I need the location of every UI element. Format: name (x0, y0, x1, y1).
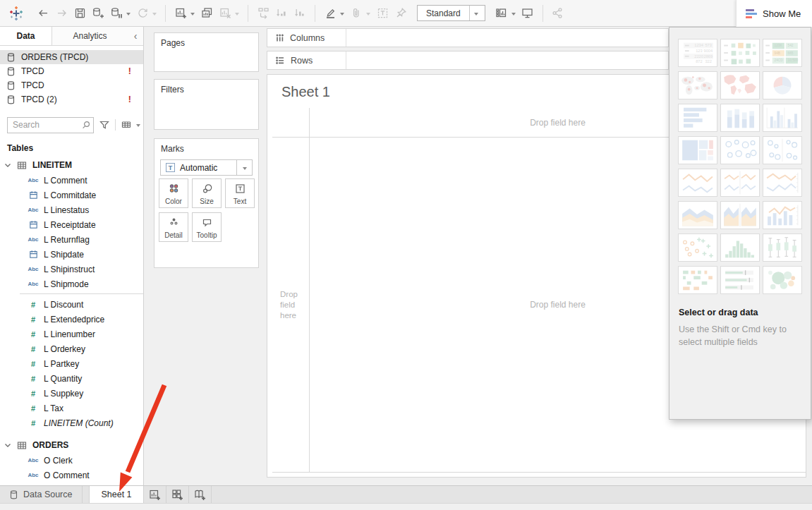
field-l-receiptdate[interactable]: L Receiptdate (0, 217, 143, 232)
field-l-linestatus[interactable]: AbcL Linestatus (0, 202, 143, 217)
pause-auto-updates-button[interactable] (107, 4, 126, 23)
datasource-item[interactable]: TPCD (0, 78, 143, 92)
duplicate-sheet-button[interactable] (198, 4, 216, 23)
showme-histogram-thumbnail[interactable] (720, 233, 760, 262)
field-o-comment[interactable]: AbcO Comment (0, 468, 143, 482)
new-worksheet-caret[interactable] (190, 13, 195, 18)
showme-lines-discrete-thumbnail[interactable] (720, 169, 760, 197)
run-auto-updates-button[interactable] (133, 4, 152, 23)
marks-color-button[interactable]: Color (159, 178, 188, 208)
tab-analytics[interactable]: Analytics (52, 27, 128, 45)
showme-filled-map-thumbnail[interactable] (720, 71, 760, 99)
chevron-down-icon[interactable] (4, 443, 14, 448)
tab-data[interactable]: Data (0, 27, 52, 45)
showme-treemap-thumbnail[interactable] (678, 136, 717, 164)
field-l-discount[interactable]: #L Discount (0, 297, 143, 312)
text-label-button[interactable] (373, 4, 392, 23)
fit-dropdown-caret[interactable] (469, 6, 485, 20)
new-worksheet-button[interactable] (171, 4, 190, 23)
showme-area-discrete-thumbnail[interactable] (720, 201, 760, 229)
redo-button[interactable] (52, 4, 71, 23)
showme-lines-continuous-thumbnail[interactable] (678, 169, 717, 197)
highlight-caret[interactable] (340, 13, 344, 18)
sort-descending-button[interactable] (291, 4, 309, 23)
field-lineitem-count[interactable]: #LINEITEM (Count) (0, 415, 143, 430)
field-l-comment[interactable]: AbcL Comment (0, 173, 143, 188)
show-me-button[interactable]: Show Me (736, 0, 812, 27)
showme-dual-lines-thumbnail[interactable] (763, 169, 802, 197)
field-l-partkey[interactable]: #L Partkey (0, 356, 143, 371)
showme-horizontal-bars-thumbnail[interactable] (678, 104, 717, 132)
field-l-quantity[interactable]: #L Quantity (0, 371, 143, 386)
showme-packed-bubbles-thumbnail[interactable] (763, 266, 802, 294)
show-hide-cards-caret[interactable] (511, 13, 516, 18)
save-button[interactable] (71, 4, 89, 23)
table-header-lineitem[interactable]: LINEITEM (0, 157, 143, 173)
showme-heat-map-thumbnail[interactable] (720, 39, 760, 67)
presentation-mode-button[interactable] (519, 4, 537, 23)
showme-pie-chart-thumbnail[interactable] (763, 71, 802, 99)
swap-rows-columns-button[interactable] (254, 4, 272, 23)
field-l-commitdate[interactable]: L Commitdate (0, 188, 143, 202)
field-l-orderkey[interactable]: #L Orderkey (0, 341, 143, 356)
highlight-button[interactable] (321, 4, 339, 23)
marks-detail-button[interactable]: Detail (159, 212, 188, 242)
showme-side-by-side-bars-thumbnail[interactable] (763, 104, 802, 132)
share-button[interactable] (549, 4, 567, 23)
marks-size-button[interactable]: Size (192, 178, 222, 208)
table-header-orders[interactable]: ORDERS (0, 437, 143, 453)
field-l-shipmode[interactable]: AbcL Shipmode (0, 277, 143, 291)
datasource-item[interactable]: ORDERS (TPCD) (0, 50, 143, 64)
fit-dropdown[interactable]: Standard (417, 5, 485, 21)
field-o-clerk[interactable]: AbcO Clerk (0, 453, 143, 468)
showme-stacked-bars-thumbnail[interactable] (720, 104, 760, 132)
showme-scatter-plot-thumbnail[interactable] (678, 233, 717, 262)
datasource-item[interactable]: TPCD (2)! (0, 92, 143, 107)
rows-shelf[interactable]: Rows (267, 51, 669, 70)
view-options-caret[interactable] (136, 124, 140, 129)
collapse-pane-icon[interactable]: ‹ (128, 27, 143, 45)
new-dashboard-tab-button[interactable] (166, 486, 189, 503)
field-l-shipinstruct[interactable]: AbcL Shipinstruct (0, 262, 143, 277)
show-hide-cards-button[interactable] (492, 4, 511, 23)
undo-button[interactable] (34, 4, 52, 23)
new-story-tab-button[interactable] (189, 486, 212, 503)
field-l-returnflag[interactable]: AbcL Returnflag (0, 232, 143, 247)
showme-box-and-whisker-thumbnail[interactable] (763, 233, 802, 262)
chevron-down-icon[interactable] (4, 163, 14, 168)
clear-sheet-caret[interactable] (235, 13, 239, 18)
mark-type-caret[interactable] (236, 160, 252, 175)
showme-gantt-thumbnail[interactable] (678, 266, 717, 294)
field-l-extendedprice[interactable]: #L Extendedprice (0, 312, 143, 327)
clear-sheet-button[interactable] (216, 4, 234, 23)
showme-side-by-side-circles-thumbnail[interactable] (763, 136, 802, 164)
showme-symbol-map-thumbnail[interactable] (678, 71, 717, 99)
showme-bullet-graph-thumbnail[interactable] (720, 266, 760, 294)
new-data-source-button[interactable] (89, 4, 107, 23)
filter-fields-icon[interactable] (99, 119, 110, 130)
fix-axes-button[interactable] (392, 4, 410, 23)
field-l-tax[interactable]: #L Tax (0, 401, 143, 415)
paperclip-caret[interactable] (366, 13, 370, 18)
pages-card[interactable]: Pages (154, 32, 259, 72)
sort-ascending-button[interactable] (272, 4, 291, 23)
view-as-grid-icon[interactable] (121, 119, 132, 130)
mark-type-dropdown[interactable]: T Automatic (160, 159, 253, 176)
marks-text-button[interactable]: Text (225, 178, 255, 208)
columns-shelf[interactable]: Columns (267, 28, 669, 47)
showme-dual-combination-thumbnail[interactable] (763, 201, 802, 229)
filters-card[interactable]: Filters (154, 79, 259, 130)
field-l-linenumber[interactable]: #L Linenumber (0, 327, 143, 341)
showme-text-table-thumbnail[interactable]: 1234573123900422202869872322 (678, 39, 717, 67)
new-worksheet-tab-button[interactable] (144, 486, 166, 503)
paperclip-button[interactable] (347, 4, 365, 23)
pause-auto-updates-caret[interactable] (126, 13, 131, 18)
sheet-tab-data-source[interactable]: Data Source (0, 486, 83, 503)
field-l-shipdate[interactable]: L Shipdate (0, 247, 143, 262)
showme-area-continuous-thumbnail[interactable] (678, 201, 717, 229)
sheet-tab-sheet-1[interactable]: Sheet 1 (89, 486, 143, 503)
showme-circle-views-thumbnail[interactable] (720, 136, 760, 164)
marks-tooltip-button[interactable]: Tooltip (192, 212, 222, 242)
datasource-item[interactable]: TPCD! (0, 64, 143, 78)
field-l-suppkey[interactable]: #L Suppkey (0, 386, 143, 401)
